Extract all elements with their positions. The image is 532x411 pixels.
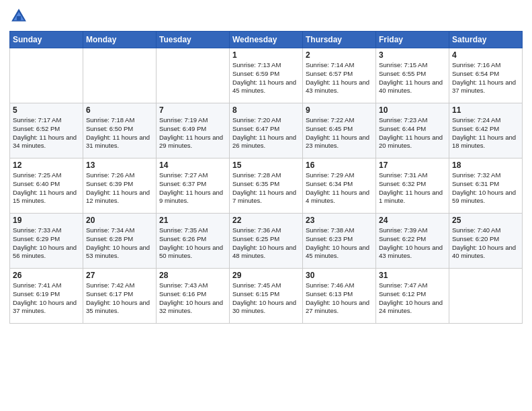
day-number: 19 (13, 216, 80, 225)
day-number: 27 (86, 271, 153, 280)
col-header-thursday: Thursday (303, 32, 376, 48)
day-info: Sunrise: 7:18 AM Sunset: 6:50 PM Dayligh… (86, 116, 153, 150)
calendar-cell: 2Sunrise: 7:14 AM Sunset: 6:57 PM Daylig… (303, 48, 376, 103)
logo (9, 7, 31, 26)
calendar-cell: 4Sunrise: 7:16 AM Sunset: 6:54 PM Daylig… (449, 48, 523, 103)
day-info: Sunrise: 7:24 AM Sunset: 6:42 PM Dayligh… (452, 116, 519, 150)
day-info: Sunrise: 7:34 AM Sunset: 6:28 PM Dayligh… (86, 226, 153, 261)
day-number: 4 (452, 50, 519, 60)
day-number: 30 (306, 271, 373, 280)
day-number: 7 (159, 105, 226, 115)
day-info: Sunrise: 7:28 AM Sunset: 6:35 PM Dayligh… (232, 171, 300, 205)
calendar-cell: 6Sunrise: 7:18 AM Sunset: 6:50 PM Daylig… (83, 103, 157, 158)
calendar-cell: 1Sunrise: 7:13 AM Sunset: 6:59 PM Daylig… (230, 48, 303, 103)
day-info: Sunrise: 7:25 AM Sunset: 6:40 PM Dayligh… (13, 171, 80, 205)
calendar-week-row: 26Sunrise: 7:41 AM Sunset: 6:19 PM Dayli… (10, 269, 523, 324)
calendar-cell: 14Sunrise: 7:27 AM Sunset: 6:37 PM Dayli… (157, 158, 230, 214)
day-number: 25 (452, 216, 519, 225)
calendar-cell: 24Sunrise: 7:39 AM Sunset: 6:22 PM Dayli… (376, 214, 449, 269)
calendar-cell: 21Sunrise: 7:35 AM Sunset: 6:26 PM Dayli… (157, 214, 230, 269)
calendar-cell: 9Sunrise: 7:22 AM Sunset: 6:45 PM Daylig… (303, 103, 376, 158)
day-number: 28 (159, 271, 226, 280)
calendar-week-row: 1Sunrise: 7:13 AM Sunset: 6:59 PM Daylig… (10, 48, 523, 103)
calendar-cell: 31Sunrise: 7:47 AM Sunset: 6:12 PM Dayli… (376, 269, 449, 324)
col-header-tuesday: Tuesday (157, 32, 230, 48)
calendar-week-row: 19Sunrise: 7:33 AM Sunset: 6:29 PM Dayli… (10, 214, 523, 269)
calendar-cell: 28Sunrise: 7:43 AM Sunset: 6:16 PM Dayli… (157, 269, 230, 324)
calendar-table: SundayMondayTuesdayWednesdayThursdayFrid… (9, 31, 523, 324)
calendar-cell: 22Sunrise: 7:36 AM Sunset: 6:25 PM Dayli… (230, 214, 303, 269)
day-info: Sunrise: 7:19 AM Sunset: 6:49 PM Dayligh… (159, 116, 226, 150)
calendar-cell (10, 48, 83, 103)
calendar-cell: 11Sunrise: 7:24 AM Sunset: 6:42 PM Dayli… (449, 103, 523, 158)
calendar-cell (157, 48, 230, 103)
day-info: Sunrise: 7:31 AM Sunset: 6:32 PM Dayligh… (379, 171, 446, 205)
day-number: 21 (159, 216, 226, 225)
day-number: 2 (306, 50, 373, 60)
day-info: Sunrise: 7:32 AM Sunset: 6:31 PM Dayligh… (452, 171, 519, 205)
calendar-header-row: SundayMondayTuesdayWednesdayThursdayFrid… (10, 32, 523, 48)
day-info: Sunrise: 7:36 AM Sunset: 6:25 PM Dayligh… (232, 226, 300, 261)
calendar-cell: 29Sunrise: 7:45 AM Sunset: 6:15 PM Dayli… (230, 269, 303, 324)
day-info: Sunrise: 7:22 AM Sunset: 6:45 PM Dayligh… (306, 116, 373, 150)
day-info: Sunrise: 7:14 AM Sunset: 6:57 PM Dayligh… (306, 61, 373, 95)
col-header-saturday: Saturday (449, 32, 523, 48)
day-number: 14 (159, 161, 226, 170)
day-info: Sunrise: 7:29 AM Sunset: 6:34 PM Dayligh… (306, 171, 373, 205)
calendar-cell: 25Sunrise: 7:40 AM Sunset: 6:20 PM Dayli… (449, 214, 523, 269)
day-number: 5 (13, 105, 80, 115)
day-number: 31 (379, 271, 446, 280)
page: SundayMondayTuesdayWednesdayThursdayFrid… (0, 0, 532, 411)
calendar-cell: 10Sunrise: 7:23 AM Sunset: 6:44 PM Dayli… (376, 103, 449, 158)
calendar-cell: 3Sunrise: 7:15 AM Sunset: 6:55 PM Daylig… (376, 48, 449, 103)
day-info: Sunrise: 7:20 AM Sunset: 6:47 PM Dayligh… (232, 116, 300, 150)
day-number: 23 (306, 216, 373, 225)
day-number: 9 (306, 105, 373, 115)
day-info: Sunrise: 7:45 AM Sunset: 6:15 PM Dayligh… (232, 281, 300, 316)
day-info: Sunrise: 7:46 AM Sunset: 6:13 PM Dayligh… (306, 281, 373, 316)
day-number: 20 (86, 216, 153, 225)
day-info: Sunrise: 7:13 AM Sunset: 6:59 PM Dayligh… (232, 61, 300, 95)
day-info: Sunrise: 7:42 AM Sunset: 6:17 PM Dayligh… (86, 281, 153, 316)
day-number: 3 (379, 50, 446, 60)
calendar-cell (83, 48, 157, 103)
day-info: Sunrise: 7:33 AM Sunset: 6:29 PM Dayligh… (13, 226, 80, 261)
day-info: Sunrise: 7:23 AM Sunset: 6:44 PM Dayligh… (379, 116, 446, 150)
day-number: 29 (232, 271, 300, 280)
col-header-sunday: Sunday (10, 32, 83, 48)
day-info: Sunrise: 7:27 AM Sunset: 6:37 PM Dayligh… (159, 171, 226, 205)
svg-rect-2 (17, 16, 21, 20)
calendar-cell: 16Sunrise: 7:29 AM Sunset: 6:34 PM Dayli… (303, 158, 376, 214)
calendar-week-row: 5Sunrise: 7:17 AM Sunset: 6:52 PM Daylig… (10, 103, 523, 158)
day-number: 8 (232, 105, 300, 115)
day-number: 26 (13, 271, 80, 280)
day-info: Sunrise: 7:39 AM Sunset: 6:22 PM Dayligh… (379, 226, 446, 261)
day-number: 1 (232, 50, 300, 60)
day-info: Sunrise: 7:40 AM Sunset: 6:20 PM Dayligh… (452, 226, 519, 261)
calendar-cell: 26Sunrise: 7:41 AM Sunset: 6:19 PM Dayli… (10, 269, 83, 324)
day-info: Sunrise: 7:17 AM Sunset: 6:52 PM Dayligh… (13, 116, 80, 150)
day-number: 15 (232, 161, 300, 170)
day-info: Sunrise: 7:35 AM Sunset: 6:26 PM Dayligh… (159, 226, 226, 261)
day-info: Sunrise: 7:43 AM Sunset: 6:16 PM Dayligh… (159, 281, 226, 316)
calendar-cell: 13Sunrise: 7:26 AM Sunset: 6:39 PM Dayli… (83, 158, 157, 214)
day-info: Sunrise: 7:16 AM Sunset: 6:54 PM Dayligh… (452, 61, 519, 95)
col-header-monday: Monday (83, 32, 157, 48)
day-number: 10 (379, 105, 446, 115)
day-info: Sunrise: 7:26 AM Sunset: 6:39 PM Dayligh… (86, 171, 153, 205)
calendar-cell (449, 269, 523, 324)
calendar-cell: 30Sunrise: 7:46 AM Sunset: 6:13 PM Dayli… (303, 269, 376, 324)
day-number: 13 (86, 161, 153, 170)
calendar-cell: 15Sunrise: 7:28 AM Sunset: 6:35 PM Dayli… (230, 158, 303, 214)
day-info: Sunrise: 7:38 AM Sunset: 6:23 PM Dayligh… (306, 226, 373, 261)
day-number: 22 (232, 216, 300, 225)
calendar-cell: 5Sunrise: 7:17 AM Sunset: 6:52 PM Daylig… (10, 103, 83, 158)
calendar-cell: 7Sunrise: 7:19 AM Sunset: 6:49 PM Daylig… (157, 103, 230, 158)
calendar-cell: 18Sunrise: 7:32 AM Sunset: 6:31 PM Dayli… (449, 158, 523, 214)
day-number: 6 (86, 105, 153, 115)
day-number: 18 (452, 161, 519, 170)
col-header-wednesday: Wednesday (230, 32, 303, 48)
calendar-week-row: 12Sunrise: 7:25 AM Sunset: 6:40 PM Dayli… (10, 158, 523, 214)
calendar-cell: 27Sunrise: 7:42 AM Sunset: 6:17 PM Dayli… (83, 269, 157, 324)
day-number: 11 (452, 105, 519, 115)
